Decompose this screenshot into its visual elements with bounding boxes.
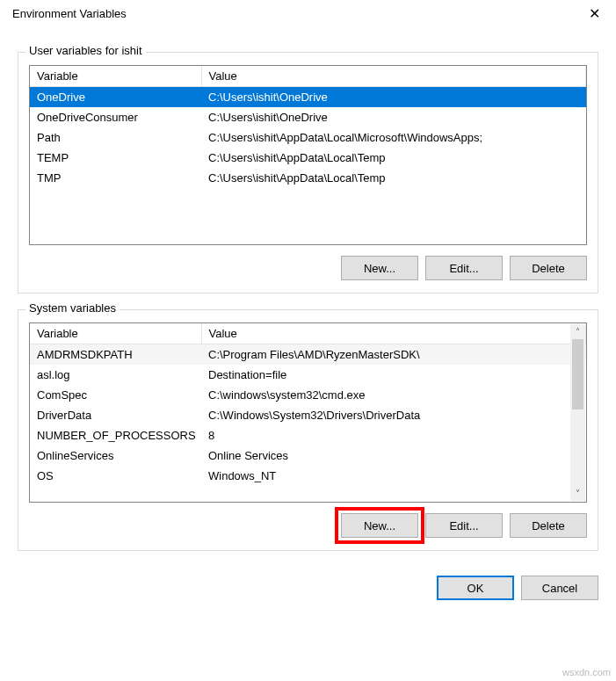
table-row[interactable]: OneDriveConsumer C:\Users\ishit\OneDrive (30, 107, 586, 127)
table-row[interactable]: ComSpec C:\windows\system32\cmd.exe (30, 385, 586, 405)
scroll-thumb[interactable] (572, 339, 583, 409)
table-row[interactable]: NUMBER_OF_PROCESSORS 8 (30, 425, 586, 446)
table-row[interactable]: OnlineServices Online Services (30, 446, 586, 466)
var-name: Path (30, 127, 201, 148)
var-value: C:\Users\ishit\AppData\Local\Temp (201, 168, 586, 188)
var-value: C:\Users\ishit\AppData\Local\Temp (201, 148, 586, 168)
var-value: C:\Windows\System32\Drivers\DriverData (201, 405, 586, 425)
var-value: C:\Users\ishit\OneDrive (201, 107, 586, 127)
scroll-down-icon[interactable]: ˅ (570, 486, 585, 501)
var-name: ComSpec (30, 385, 201, 405)
user-variables-label: User variables for ishit (25, 44, 146, 57)
system-edit-button[interactable]: Edit... (425, 513, 503, 538)
table-row[interactable]: OS Windows_NT (30, 466, 586, 486)
system-new-button[interactable]: New... (341, 513, 418, 538)
user-col-value[interactable]: Value (201, 66, 586, 87)
var-name: OS (30, 466, 201, 486)
scroll-track[interactable] (570, 409, 585, 486)
var-name: TEMP (30, 148, 201, 168)
table-row[interactable]: TEMP C:\Users\ishit\AppData\Local\Temp (30, 148, 586, 168)
user-new-button[interactable]: New... (341, 256, 418, 280)
scrollbar[interactable]: ˄ ˅ (570, 324, 585, 501)
window-title: Environment Variables (12, 7, 127, 20)
table-row[interactable]: OneDrive C:\Users\ishit\OneDrive (30, 87, 586, 108)
var-name: OnlineServices (30, 446, 201, 466)
titlebar: Environment Variables ✕ (0, 0, 616, 27)
var-value: C:\Users\ishit\OneDrive (201, 87, 586, 108)
table-row[interactable]: TMP C:\Users\ishit\AppData\Local\Temp (30, 168, 586, 188)
var-value: C:\Program Files\AMD\RyzenMasterSDK\ (201, 344, 586, 366)
user-edit-button[interactable]: Edit... (425, 256, 503, 280)
var-value: 8 (201, 425, 586, 446)
table-row[interactable]: DriverData C:\Windows\System32\Drivers\D… (30, 405, 586, 425)
var-value: Windows_NT (201, 466, 586, 486)
table-row[interactable]: AMDRMSDKPATH C:\Program Files\AMD\RyzenM… (30, 344, 586, 366)
var-name: TMP (30, 168, 201, 188)
var-value: Destination=file (201, 365, 586, 385)
var-value: C:\Users\ishit\AppData\Local\Microsoft\W… (201, 127, 586, 148)
system-variables-group: System variables Variable Value AMDRMSDK… (18, 309, 598, 551)
user-variables-group: User variables for ishit Variable Value … (18, 52, 598, 293)
var-name: asl.log (30, 365, 201, 385)
cancel-button[interactable]: Cancel (521, 576, 598, 600)
dialog-footer: OK Cancel (18, 576, 598, 600)
var-value: Online Services (201, 446, 586, 466)
table-row[interactable]: asl.log Destination=file (30, 365, 586, 385)
user-variables-table[interactable]: Variable Value OneDrive C:\Users\ishit\O… (29, 65, 587, 245)
watermark: wsxdn.com (562, 667, 611, 677)
dialog-content: User variables for ishit Variable Value … (0, 27, 616, 618)
var-name: NUMBER_OF_PROCESSORS (30, 425, 201, 446)
var-name: OneDriveConsumer (30, 107, 201, 127)
close-icon[interactable]: ✕ (583, 5, 605, 22)
var-value: C:\windows\system32\cmd.exe (201, 385, 586, 405)
table-row[interactable]: Path C:\Users\ishit\AppData\Local\Micros… (30, 127, 586, 148)
user-delete-button[interactable]: Delete (510, 256, 587, 280)
system-delete-button[interactable]: Delete (510, 513, 587, 538)
var-name: DriverData (30, 405, 201, 425)
var-name: AMDRMSDKPATH (30, 344, 201, 366)
ok-button[interactable]: OK (437, 576, 514, 600)
sys-col-variable[interactable]: Variable (30, 323, 201, 344)
sys-col-value[interactable]: Value (201, 323, 586, 344)
system-variables-label: System variables (25, 301, 120, 315)
scroll-up-icon[interactable]: ˄ (570, 324, 585, 339)
system-buttons: New... Edit... Delete (29, 513, 587, 538)
var-name: OneDrive (30, 87, 201, 108)
user-buttons: New... Edit... Delete (29, 256, 587, 280)
system-variables-table[interactable]: Variable Value AMDRMSDKPATH C:\Program F… (29, 322, 587, 503)
user-col-variable[interactable]: Variable (30, 66, 201, 87)
